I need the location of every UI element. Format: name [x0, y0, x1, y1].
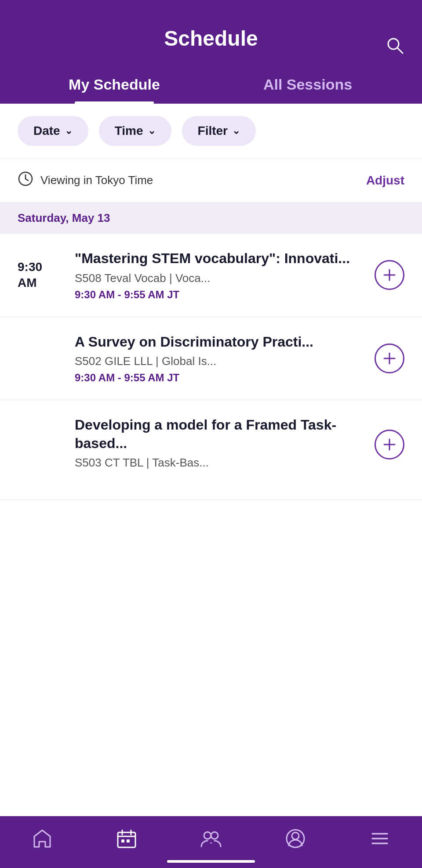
filter-button[interactable]: Filter ⌄: [182, 116, 256, 146]
time-filter-button[interactable]: Time ⌄: [99, 116, 171, 146]
calendar-icon: [115, 827, 138, 850]
svg-line-1: [397, 48, 403, 53]
nav-profile[interactable]: [284, 827, 307, 850]
session-item: 9:30 AM "Mastering STEM vocabulary": Inn…: [0, 234, 422, 317]
header-top: Schedule: [18, 26, 404, 64]
chevron-down-icon: ⌄: [232, 125, 240, 137]
nav-speakers[interactable]: [199, 827, 223, 850]
adjust-timezone-button[interactable]: Adjust: [366, 174, 404, 188]
timezone-info: Viewing in Tokyo Time: [18, 171, 153, 190]
session-time-range: 9:30 AM - 9:55 AM JT: [75, 289, 366, 301]
search-icon: [385, 36, 404, 55]
profile-icon: [284, 827, 307, 850]
session-item: 9:30AM A Survey on Discriminatory Practi…: [0, 317, 422, 401]
home-icon: [30, 827, 54, 850]
speakers-icon: [199, 827, 223, 850]
filter-bar: Date ⌄ Time ⌄ Filter ⌄: [0, 104, 422, 159]
session-time: 9:30 AM: [18, 259, 66, 291]
tab-my-schedule[interactable]: My Schedule: [18, 64, 211, 104]
session-title: "Mastering STEM vocabulary": Innovati...: [75, 250, 366, 268]
session-title: A Survey on Discriminatory Practi...: [75, 333, 366, 351]
home-indicator: [167, 860, 255, 863]
session-info[interactable]: A Survey on Discriminatory Practi... S50…: [75, 333, 366, 384]
clock-icon: [18, 171, 33, 190]
tab-all-sessions[interactable]: All Sessions: [211, 64, 404, 104]
session-info[interactable]: "Mastering STEM vocabulary": Innovati...…: [75, 250, 366, 301]
session-subtitle: S503 CT TBL | Task-Bas...: [75, 456, 366, 470]
timezone-text: Viewing in Tokyo Time: [40, 174, 153, 187]
svg-point-17: [204, 832, 211, 839]
page-title: Schedule: [164, 26, 258, 51]
svg-point-18: [211, 832, 218, 839]
plus-icon: [382, 351, 397, 366]
session-info[interactable]: Developing a model for a Framed Task-bas…: [75, 416, 366, 473]
chevron-down-icon: ⌄: [148, 125, 156, 137]
svg-rect-16: [127, 839, 130, 843]
plus-icon: [382, 437, 397, 452]
add-session-button[interactable]: [375, 430, 404, 459]
nav-menu[interactable]: [368, 827, 392, 850]
svg-point-21: [292, 832, 299, 839]
header: Schedule My Schedule All Sessions: [0, 0, 422, 104]
bottom-nav: [0, 816, 422, 868]
tab-active-indicator: [75, 101, 154, 104]
svg-line-4: [25, 179, 28, 181]
date-filter-button[interactable]: Date ⌄: [18, 116, 88, 146]
session-subtitle: S502 GILE LLL | Global Is...: [75, 354, 366, 368]
session-subtitle: S508 Teval Vocab | Voca...: [75, 271, 366, 285]
timezone-bar: Viewing in Tokyo Time Adjust: [0, 159, 422, 203]
chevron-down-icon: ⌄: [65, 125, 73, 137]
spacer: [0, 658, 422, 816]
add-session-button[interactable]: [375, 344, 404, 373]
nav-schedule[interactable]: [115, 827, 138, 850]
session-time-range: 9:30 AM - 9:55 AM JT: [75, 372, 366, 384]
date-section-header: Saturday, May 13: [0, 203, 422, 234]
app-container: Schedule My Schedule All Sessions Date ⌄: [0, 0, 422, 868]
svg-rect-15: [121, 839, 124, 843]
tabs: My Schedule All Sessions: [18, 64, 404, 104]
add-session-button[interactable]: [375, 260, 404, 290]
plus-icon: [382, 267, 397, 283]
session-item: 9:30AM Developing a model for a Framed T…: [0, 400, 422, 500]
session-title: Developing a model for a Framed Task-bas…: [75, 416, 366, 452]
sessions-list: 9:30 AM "Mastering STEM vocabulary": Inn…: [0, 234, 422, 658]
nav-home[interactable]: [30, 827, 54, 850]
search-button[interactable]: [385, 36, 404, 55]
menu-icon: [368, 827, 392, 850]
